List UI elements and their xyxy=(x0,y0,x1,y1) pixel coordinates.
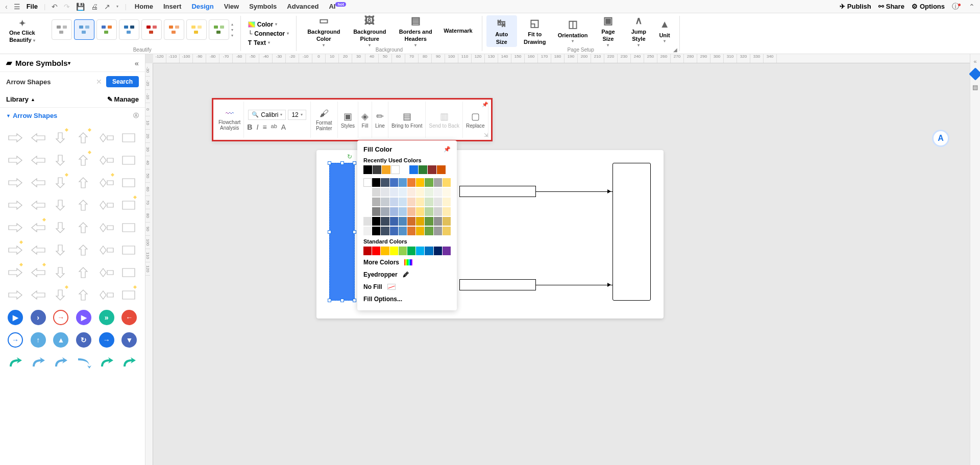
tint-color-swatch[interactable] xyxy=(363,198,372,206)
tint-color-swatch[interactable] xyxy=(416,217,424,226)
tint-color-swatch[interactable] xyxy=(372,207,380,216)
tab-view[interactable]: View xyxy=(222,3,241,10)
arrow-shape-37[interactable] xyxy=(29,263,47,282)
arrow-shape-30[interactable] xyxy=(6,241,24,259)
arrow-shape-28[interactable] xyxy=(97,218,116,237)
arrow-shape-13[interactable] xyxy=(29,174,47,192)
arrow-circle-9[interactable]: ↻ xyxy=(75,331,93,349)
tab-symbols[interactable]: Symbols xyxy=(247,3,279,10)
tint-color-swatch[interactable] xyxy=(416,207,424,216)
standard-color-swatch[interactable] xyxy=(363,247,372,255)
theme-2[interactable] xyxy=(74,19,94,40)
arrow-circle-3[interactable]: ▶ xyxy=(75,308,93,327)
selected-shape[interactable] xyxy=(329,163,355,301)
font-color-button[interactable]: A xyxy=(281,123,286,131)
tint-color-swatch[interactable] xyxy=(363,217,372,226)
tint-color-swatch[interactable] xyxy=(434,207,442,216)
curved-arrow-2[interactable] xyxy=(52,353,70,372)
page-setup-launcher[interactable]: ◢ xyxy=(673,47,677,53)
theme-color-swatch[interactable] xyxy=(425,178,433,187)
tint-color-swatch[interactable] xyxy=(390,188,398,197)
ai-assistant-button[interactable]: A xyxy=(932,130,949,147)
arrow-circle-4[interactable]: » xyxy=(97,308,116,327)
arrow-shape-43[interactable] xyxy=(29,286,47,304)
arrow-shape-19[interactable] xyxy=(29,196,47,214)
tint-color-swatch[interactable] xyxy=(399,188,407,197)
standard-color-swatch[interactable] xyxy=(416,247,424,255)
tint-color-swatch[interactable] xyxy=(363,207,372,216)
fill-button[interactable]: ◈Fill xyxy=(358,102,372,138)
arrow-circle-11[interactable]: ▼ xyxy=(120,331,138,349)
tint-color-swatch[interactable] xyxy=(407,227,415,235)
tint-color-swatch[interactable] xyxy=(443,217,451,226)
tint-color-swatch[interactable] xyxy=(407,188,415,197)
tint-color-swatch[interactable] xyxy=(372,198,380,206)
tint-color-swatch[interactable] xyxy=(372,188,380,197)
pin-toolbar-icon[interactable]: 📌 xyxy=(482,102,488,107)
format-panel-button[interactable] xyxy=(969,67,980,80)
arrow-shape-20[interactable] xyxy=(52,196,70,214)
arrow-shape-17[interactable] xyxy=(120,174,138,192)
arrow-shape-24[interactable] xyxy=(6,218,24,237)
tint-color-swatch[interactable] xyxy=(381,227,389,235)
fit-drawing-button[interactable]: ◱Fit to Drawing xyxy=(517,15,553,47)
tab-design[interactable]: Design xyxy=(189,3,215,10)
rect-shape-3[interactable] xyxy=(612,163,651,301)
standard-color-swatch[interactable] xyxy=(443,247,451,255)
curved-arrow-4[interactable] xyxy=(97,353,116,372)
tint-color-swatch[interactable] xyxy=(407,207,415,216)
unit-button[interactable]: ▲Unit▾ xyxy=(654,15,675,47)
arrow-shape-10[interactable] xyxy=(97,151,116,169)
arrow-shape-40[interactable] xyxy=(97,263,116,282)
font-selector[interactable]: 🔍Calibri▾ xyxy=(248,110,286,120)
theme-4[interactable] xyxy=(119,19,139,40)
arrow-shape-6[interactable] xyxy=(6,151,24,169)
theme-color-swatch[interactable] xyxy=(363,178,372,187)
clear-search-icon[interactable]: ✕ xyxy=(96,78,102,86)
styles-button[interactable]: ▣Styles xyxy=(338,102,358,138)
tint-color-swatch[interactable] xyxy=(390,217,398,226)
rect-shape-1[interactable] xyxy=(459,186,536,197)
tint-color-swatch[interactable] xyxy=(363,188,372,197)
arrow-shape-46[interactable] xyxy=(97,286,116,304)
ribbon-color-button[interactable]: Color▾ xyxy=(245,20,280,29)
arrow-shape-2[interactable] xyxy=(52,129,70,147)
borders-headers-button[interactable]: ▤Borders and Headers▾ xyxy=(393,15,438,47)
line-button[interactable]: ✏Line xyxy=(372,102,388,138)
arrow-shape-38[interactable] xyxy=(52,263,70,282)
tint-color-swatch[interactable] xyxy=(434,188,442,197)
arrow-shape-26[interactable] xyxy=(52,218,70,237)
rect-shape-2[interactable] xyxy=(459,279,536,290)
page-size-button[interactable]: ▣Page Size▾ xyxy=(593,15,623,47)
arrow-shape-5[interactable] xyxy=(120,129,138,147)
tint-color-swatch[interactable] xyxy=(399,198,407,206)
tint-color-swatch[interactable] xyxy=(381,188,389,197)
tint-color-swatch[interactable] xyxy=(416,198,424,206)
tint-color-swatch[interactable] xyxy=(416,188,424,197)
arrow-circle-1[interactable]: › xyxy=(29,308,47,327)
theme-color-swatch[interactable] xyxy=(443,178,451,187)
pin-icon[interactable]: 📌 xyxy=(444,146,451,153)
arrow-shape-12[interactable] xyxy=(6,174,24,192)
eyedropper-button[interactable]: Eyedropper🖉 xyxy=(363,268,451,281)
tint-color-swatch[interactable] xyxy=(425,207,433,216)
text-case-button[interactable]: ab xyxy=(271,123,277,131)
arrow-shape-7[interactable] xyxy=(29,151,47,169)
print-icon[interactable]: 🖨 xyxy=(91,3,98,11)
theme-7[interactable] xyxy=(186,19,207,40)
standard-color-swatch[interactable] xyxy=(399,247,407,255)
bold-button[interactable]: B xyxy=(247,123,252,131)
recent-color-swatch[interactable] xyxy=(428,165,436,174)
tint-color-swatch[interactable] xyxy=(381,198,389,206)
fill-options-button[interactable]: Fill Options... xyxy=(363,293,451,305)
curved-arrow-1[interactable] xyxy=(29,353,47,372)
menu-icon[interactable]: ☰ xyxy=(14,3,20,11)
tab-advanced[interactable]: Advanced xyxy=(285,3,321,10)
arrow-circle-0[interactable]: ▶ xyxy=(6,308,24,327)
tab-ai[interactable]: AIhot xyxy=(327,3,348,10)
format-painter-button[interactable]: 🖌Format Painter xyxy=(311,102,338,138)
tint-color-swatch[interactable] xyxy=(381,207,389,216)
tint-color-swatch[interactable] xyxy=(425,217,433,226)
tint-color-swatch[interactable] xyxy=(381,217,389,226)
tint-color-swatch[interactable] xyxy=(434,217,442,226)
